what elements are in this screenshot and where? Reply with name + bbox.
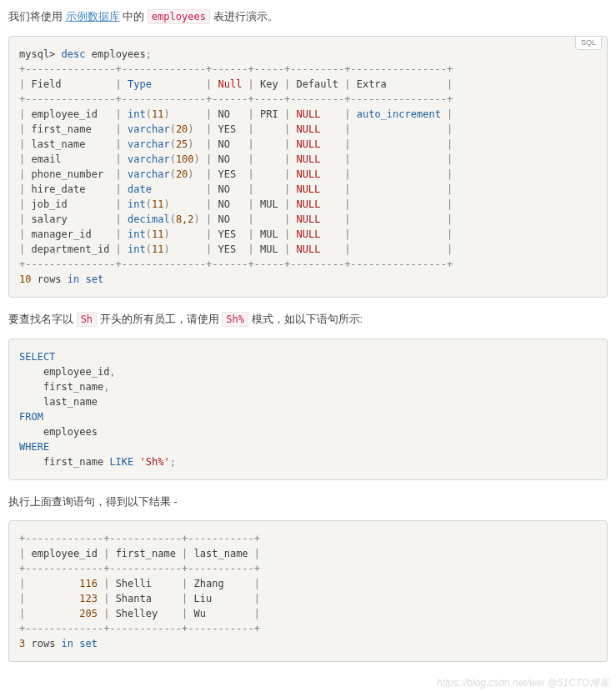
- sh-code: Sh: [77, 312, 97, 327]
- intro-t1: 我们将使用: [8, 10, 66, 23]
- para2: 要查找名字以 Sh 开头的所有员工，请使用 Sh% 模式，如以下语句所示:: [8, 311, 608, 328]
- sql-badge: SQL: [575, 36, 602, 51]
- shpct-code: Sh%: [222, 312, 248, 327]
- employees-code: employees: [148, 9, 210, 24]
- intro-paragraph: 我们将使用 示例数据库 中的 employees 表进行演示。: [8, 8, 608, 26]
- para3: 执行上面查询语句，得到以下结果 -: [8, 494, 608, 511]
- watermark: https://blog.csdn.net/wei @51CTO博客: [437, 676, 609, 684]
- intro-t3: 表进行演示。: [210, 10, 278, 23]
- intro-t2: 中的: [120, 10, 148, 23]
- result-block: +-------------+------------+-----------+…: [8, 520, 608, 662]
- select-query-block: SELECT employee_id, first_name, last_nam…: [8, 338, 608, 480]
- sample-db-link[interactable]: 示例数据库: [66, 10, 120, 23]
- desc-output-block: SQLmysql> desc employees; +-------------…: [8, 36, 608, 298]
